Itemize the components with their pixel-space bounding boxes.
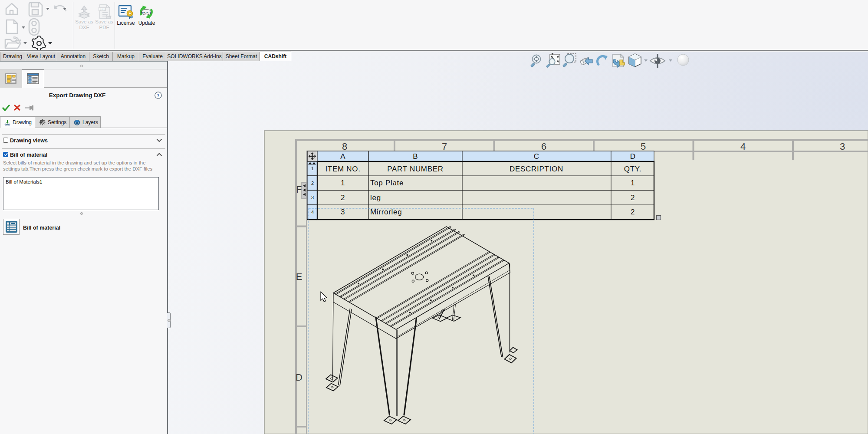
- svg-text:2: 2: [311, 181, 314, 186]
- svg-text:PART NUMBER: PART NUMBER: [387, 165, 444, 173]
- svg-text:6: 6: [541, 141, 546, 152]
- svg-text:D: D: [630, 152, 635, 161]
- svg-text:4: 4: [311, 210, 314, 215]
- svg-text:4: 4: [740, 141, 746, 152]
- svg-text:DESCRIPTION: DESCRIPTION: [510, 165, 563, 173]
- svg-text:1: 1: [341, 179, 345, 187]
- svg-text:Mirrorleg: Mirrorleg: [370, 208, 402, 216]
- svg-text:PDF: PDF: [99, 8, 105, 11]
- svg-text:C: C: [534, 152, 539, 161]
- svg-text:2: 2: [341, 194, 345, 202]
- svg-text:B: B: [413, 152, 418, 161]
- svg-text:3: 3: [311, 195, 314, 200]
- svg-text:2: 2: [631, 194, 635, 202]
- svg-text:QTY.: QTY.: [624, 165, 641, 173]
- svg-text:ITEM NO.: ITEM NO.: [325, 165, 360, 173]
- svg-text:1: 1: [311, 166, 314, 171]
- svg-text:?: ?: [157, 93, 160, 98]
- svg-text:leg: leg: [370, 194, 381, 202]
- svg-text:A: A: [340, 152, 345, 161]
- svg-text:5: 5: [641, 141, 646, 152]
- svg-text:F: F: [296, 184, 302, 195]
- svg-text:7: 7: [442, 141, 447, 152]
- svg-text:E: E: [296, 271, 302, 282]
- svg-text:3: 3: [840, 141, 845, 152]
- svg-text:8: 8: [342, 141, 347, 152]
- svg-text:Top Plate: Top Plate: [370, 179, 404, 187]
- svg-text:3: 3: [341, 208, 345, 216]
- svg-text:D: D: [296, 372, 302, 383]
- svg-text:2: 2: [631, 208, 635, 216]
- svg-text:UPDATE: UPDATE: [141, 11, 152, 14]
- svg-text:1: 1: [631, 179, 635, 187]
